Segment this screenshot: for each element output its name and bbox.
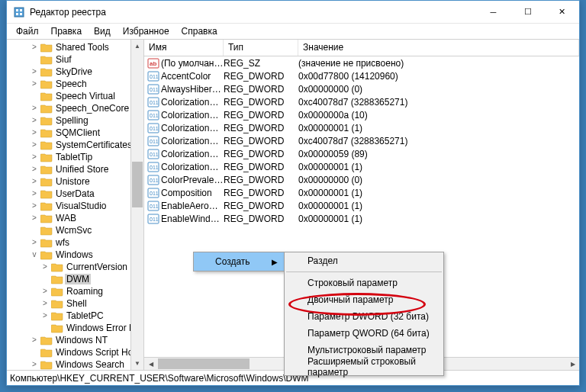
value-row[interactable]: ColorizationColorREG_DWORD0xc40078d7 (32…: [144, 134, 579, 147]
scroll-thumb[interactable]: [132, 162, 143, 207]
expand-icon[interactable]: [30, 53, 39, 66]
menu-file[interactable]: Файл: [10, 24, 45, 38]
tree-node[interactable]: >Windows Search: [8, 358, 143, 370]
folder-icon: [51, 310, 63, 321]
ctx-new-string[interactable]: Строковый параметр: [285, 275, 443, 291]
value-row[interactable]: AlwaysHibernat...REG_DWORD0x00000000 (0): [144, 82, 579, 95]
expand-icon[interactable]: >: [30, 358, 39, 370]
expand-icon[interactable]: [30, 346, 39, 358]
expand-icon[interactable]: >: [40, 297, 50, 310]
col-name[interactable]: Имя: [144, 40, 224, 56]
tree-node[interactable]: >CurrentVersion: [8, 261, 143, 273]
binary-value-icon: [147, 70, 159, 82]
expand-icon[interactable]: >: [30, 102, 39, 114]
value-row[interactable]: EnableWindow...REG_DWORD0x00000001 (1): [144, 212, 579, 225]
tree-node[interactable]: >Unified Store: [8, 163, 143, 175]
scroll-right-icon[interactable]: ▶: [566, 358, 579, 370]
titlebar[interactable]: Редактор реестра ─ ☐ ✕: [7, 1, 579, 24]
tree-node[interactable]: DWM: [8, 273, 143, 285]
folder-icon: [51, 298, 63, 309]
tree-node[interactable]: >SkyDrive: [8, 66, 143, 78]
tree-node[interactable]: Windows Error Re: [8, 322, 143, 334]
app-icon: [13, 6, 25, 18]
tree-node[interactable]: Siuf: [8, 53, 143, 66]
expand-icon[interactable]: >: [30, 78, 39, 90]
tree-node[interactable]: >Windows NT: [8, 334, 143, 346]
value-row[interactable]: ColorizationGla...REG_DWORD0x00000001 (1…: [144, 160, 579, 173]
expand-icon[interactable]: [30, 90, 39, 102]
expand-icon[interactable]: >: [30, 175, 39, 188]
menu-edit[interactable]: Правка: [45, 24, 89, 38]
tree-node[interactable]: >SQMClient: [8, 127, 143, 139]
expand-icon[interactable]: v: [30, 249, 39, 261]
tree-node[interactable]: >WAB: [8, 212, 143, 224]
tree-node[interactable]: >Spelling: [8, 114, 143, 127]
expand-icon[interactable]: >: [30, 114, 39, 127]
expand-icon[interactable]: >: [30, 334, 39, 346]
menu-favorites[interactable]: Избранное: [117, 24, 175, 38]
tree-node[interactable]: >Shared Tools: [8, 41, 143, 53]
tree-node[interactable]: >Roaming: [8, 285, 143, 297]
value-row[interactable]: ColorPrevalenceREG_DWORD0x00000000 (0): [144, 173, 579, 186]
ctx-new-binary[interactable]: Двоичный параметр: [285, 291, 443, 308]
value-row[interactable]: ColorizationCol...REG_DWORD0x00000059 (8…: [144, 147, 579, 160]
menu-view[interactable]: Вид: [88, 24, 117, 38]
tree-pane[interactable]: >Shared Tools Siuf>SkyDrive>Speech Speec…: [7, 40, 144, 370]
col-value[interactable]: Значение: [298, 40, 579, 56]
tree-label: VisualStudio: [54, 201, 108, 211]
value-row[interactable]: (По умолчанию)REG_SZ(значение не присвое…: [144, 56, 579, 69]
value-row[interactable]: EnableAeroPeekREG_DWORD0x00000001 (1): [144, 199, 579, 212]
scroll-thumb[interactable]: [158, 358, 250, 369]
tree-node[interactable]: WcmSvc: [8, 224, 143, 236]
expand-icon[interactable]: >: [30, 200, 39, 212]
tree-node[interactable]: >TabletTip: [8, 151, 143, 163]
tree-node[interactable]: >SystemCertificates: [8, 139, 143, 151]
expand-icon[interactable]: >: [30, 66, 39, 78]
expand-icon[interactable]: >: [40, 261, 50, 273]
expand-icon[interactable]: [40, 322, 50, 334]
expand-icon[interactable]: >: [40, 285, 50, 297]
expand-icon[interactable]: >: [40, 310, 50, 322]
ctx-new-key[interactable]: Раздел: [285, 252, 443, 269]
value-row[interactable]: ColorizationBlur...REG_DWORD0x00000001 (…: [144, 121, 579, 134]
tree-node[interactable]: >Speech_OneCore: [8, 102, 143, 114]
close-button[interactable]: ✕: [545, 1, 579, 23]
tree-node[interactable]: >Shell: [8, 297, 143, 310]
expand-icon[interactable]: >: [30, 151, 39, 163]
tree-node[interactable]: >UserData: [8, 188, 143, 200]
expand-icon[interactable]: [30, 224, 39, 236]
scroll-down-icon[interactable]: ▼: [131, 357, 143, 370]
binary-value-icon: [147, 83, 159, 95]
tree-node[interactable]: vWindows: [8, 249, 143, 261]
expand-icon[interactable]: >: [30, 127, 39, 139]
minimize-button[interactable]: ─: [476, 1, 510, 23]
tree-node[interactable]: >TabletPC: [8, 310, 143, 322]
expand-icon[interactable]: [40, 273, 50, 285]
expand-icon[interactable]: >: [30, 41, 39, 53]
maximize-button[interactable]: ☐: [510, 1, 545, 23]
tree-scrollbar[interactable]: ▲ ▼: [130, 40, 143, 370]
col-type[interactable]: Тип: [224, 40, 298, 56]
value-row[interactable]: AccentColorREG_DWORD0x00d77800 (14120960…: [144, 69, 579, 82]
expand-icon[interactable]: >: [30, 188, 39, 200]
tree-node[interactable]: >wfs: [8, 236, 143, 249]
value-row[interactable]: CompositionREG_DWORD0x00000001 (1): [144, 186, 579, 199]
expand-icon[interactable]: >: [30, 236, 39, 249]
expand-icon[interactable]: >: [30, 212, 39, 224]
expand-icon[interactable]: >: [30, 139, 39, 151]
scroll-up-icon[interactable]: ▲: [131, 40, 143, 53]
tree-node[interactable]: >VisualStudio: [8, 200, 143, 212]
ctx-new-expandstring[interactable]: Расширяемый строковый параметр: [285, 358, 443, 375]
ctx-new-qword[interactable]: Параметр QWORD (64 бита): [285, 325, 443, 342]
tree-node[interactable]: Speech Virtual: [8, 90, 143, 102]
ctx-new-dword[interactable]: Параметр DWORD (32 бита): [285, 308, 443, 325]
tree-node[interactable]: >Speech: [8, 78, 143, 90]
ctx-create[interactable]: Создать ▶: [194, 252, 284, 271]
value-row[interactable]: ColorizationBlu...REG_DWORD0x0000000a (1…: [144, 108, 579, 121]
expand-icon[interactable]: >: [30, 163, 39, 175]
value-row[interactable]: ColorizationAft...REG_DWORD0xc40078d7 (3…: [144, 95, 579, 108]
scroll-left-icon[interactable]: ◀: [144, 358, 157, 370]
menu-help[interactable]: Справка: [175, 24, 224, 38]
tree-node[interactable]: >Unistore: [8, 175, 143, 188]
tree-node[interactable]: Windows Script Host: [8, 346, 143, 358]
